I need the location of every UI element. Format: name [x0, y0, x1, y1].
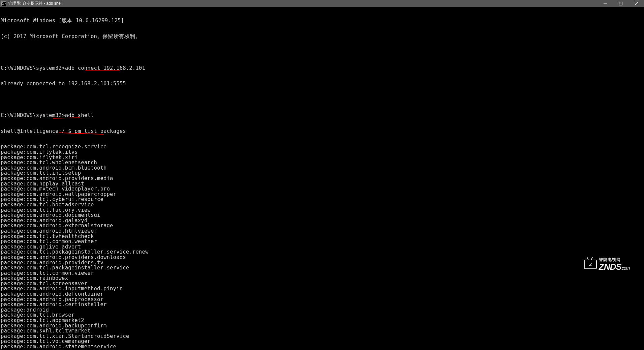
- package-line: package:com.tcl.browser: [1, 313, 643, 318]
- package-line: package:com.android.providers.media: [1, 176, 643, 181]
- package-line: package:com.iflytek.itvs: [1, 150, 643, 155]
- package-line: package:com.rainbowex: [1, 276, 643, 281]
- package-line: package:com.android.statementservice: [1, 344, 643, 350]
- package-line: package:com.android.documentsui: [1, 213, 643, 218]
- minimize-icon: [604, 2, 607, 5]
- tv-screen-letter: Z: [584, 260, 597, 269]
- package-line: package:com.android.externalstorage: [1, 223, 643, 229]
- brand-suffix: .com: [621, 265, 630, 271]
- package-line: package:com.tcl.packageinstaller.service: [1, 265, 643, 271]
- package-line: package:com.iflytek.xiri: [1, 155, 643, 161]
- package-line: package:com.tcl.recognize.service: [1, 144, 643, 150]
- maximize-icon: [619, 2, 622, 5]
- svg-rect-1: [619, 2, 622, 5]
- brand-text: ZNDS: [599, 262, 621, 272]
- window-controls: [597, 0, 644, 7]
- cmd-icon: C:\: [1, 1, 6, 6]
- red-underline-ip: [85, 70, 120, 71]
- package-line: package:com.tcl.common.viewer: [1, 271, 643, 276]
- prompt: C:\WINDOWS\system32>: [1, 112, 65, 118]
- close-icon: [635, 2, 638, 5]
- package-line: package:com.tcl.common.weather: [1, 239, 643, 244]
- window-titlebar: C:\ 管理员: 命令提示符 - adb shell: [0, 0, 644, 7]
- package-line: package:com.android.htmlviewer: [1, 229, 643, 234]
- command-text: adb connect 192.168.2.101: [65, 65, 145, 71]
- package-line: package:com.tcl.bootadservice: [1, 202, 643, 208]
- package-line: package:com.android.bcm.bluetooth: [1, 166, 643, 171]
- maximize-button[interactable]: [613, 0, 628, 7]
- blank-line: [1, 97, 643, 103]
- shell-cmd-line: shell@Intelligence:/ $ pm list packages: [1, 129, 643, 134]
- package-line: package:com.tcl.cyberui.resource: [1, 197, 643, 202]
- cmd-line-connect: C:\WINDOWS\system32>adb connect 192.168.…: [1, 66, 643, 71]
- tv-icon: Z: [584, 260, 597, 270]
- watermark-logo: Z 智能电视网 ZNDS.com: [584, 258, 638, 274]
- package-line: package:com.tcl.xian.StartandroidService: [1, 334, 643, 339]
- blank-line: [1, 50, 643, 55]
- window-title: 管理员: 命令提示符 - adb shell: [8, 1, 597, 6]
- package-list: package:com.tcl.recognize.servicepackage…: [1, 144, 643, 350]
- watermark-brand: ZNDS.com: [599, 262, 630, 272]
- prompt: C:\WINDOWS\system32>: [1, 65, 65, 71]
- connect-result: already connected to 192.168.2.101:5555: [1, 81, 643, 87]
- red-underline-adbshell: [53, 117, 80, 118]
- package-line: package:com.tcl.tvhealthcheck: [1, 234, 643, 239]
- package-line: package:com.android.backupconfirm: [1, 323, 643, 329]
- minimize-button[interactable]: [597, 0, 613, 7]
- header-line-1: Microsoft Windows [版本 10.0.16299.125]: [1, 18, 643, 24]
- terminal-output[interactable]: Microsoft Windows [版本 10.0.16299.125] (c…: [0, 7, 644, 350]
- close-button[interactable]: [628, 0, 644, 7]
- package-line: package:com.android.certinstaller: [1, 302, 643, 308]
- header-line-2: (c) 2017 Microsoft Corporation。保留所有权利。: [1, 34, 643, 39]
- cmd-line-shell: C:\WINDOWS\system32>adb shell: [1, 113, 643, 118]
- package-line: package:android: [1, 308, 643, 313]
